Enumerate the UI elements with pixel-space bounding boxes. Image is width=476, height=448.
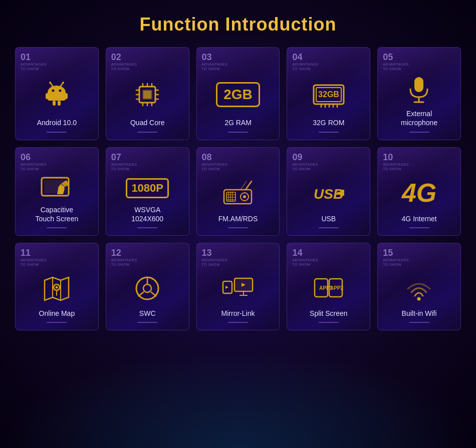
card-adv-02: ADVANTAGESTO SHOW bbox=[111, 62, 137, 71]
card-adv-15: ADVANTAGESTO SHOW bbox=[383, 258, 409, 267]
svg-point-1 bbox=[52, 90, 55, 92]
card-swc: 12 ADVANTAGESTO SHOW SWC bbox=[106, 243, 189, 330]
card-underline-02 bbox=[137, 132, 157, 133]
rom-icon: 32GB bbox=[292, 71, 365, 116]
svg-rect-5 bbox=[65, 93, 68, 99]
card-underline-03 bbox=[228, 132, 248, 133]
card-label-14: Split Screen bbox=[292, 309, 365, 318]
card-online-map: 11 ADVANTAGESTO SHOW Online Map bbox=[15, 243, 99, 330]
card-adv-04: ADVANTAGESTO SHOW bbox=[292, 62, 318, 71]
card-number-11: 11 bbox=[21, 248, 31, 257]
card-underline-12 bbox=[137, 322, 157, 323]
card-underline-15 bbox=[409, 322, 429, 323]
card-underline-04 bbox=[319, 132, 339, 133]
card-underline-14 bbox=[319, 322, 339, 323]
card-fm-am: 08 ADVANTAGESTO SHOW FM. bbox=[196, 147, 280, 236]
card-label-09: USB bbox=[292, 214, 365, 223]
card-label-15: Built-in Wifi bbox=[383, 309, 455, 318]
card-number-09: 09 bbox=[292, 153, 302, 162]
card-underline-10 bbox=[409, 227, 429, 228]
resolution-box: 1080P bbox=[126, 178, 169, 198]
card-adv-03: ADVANTAGESTO SHOW bbox=[202, 62, 228, 71]
card-number-13: 13 bbox=[202, 248, 212, 257]
card-underline-01 bbox=[47, 132, 67, 133]
card-32g-rom: 04 ADVANTAGESTO SHOW 32GB 32G ROM bbox=[287, 47, 370, 140]
usb-icon: USB bbox=[292, 171, 365, 212]
svg-text:APP2: APP2 bbox=[330, 285, 344, 291]
card-quad-core: 02 ADVANTAGESTO SHOW bbox=[106, 47, 189, 140]
card-label-03: 2G RAM bbox=[202, 118, 275, 127]
svg-point-76 bbox=[417, 297, 421, 301]
card-label-01: Android 10.0 bbox=[21, 118, 93, 127]
card-number-01: 01 bbox=[21, 53, 31, 62]
4g-text: 4G bbox=[402, 178, 436, 208]
card-number-03: 03 bbox=[202, 53, 212, 62]
card-adv-05: ADVANTAGESTO SHOW bbox=[383, 62, 409, 71]
card-number-07: 07 bbox=[111, 153, 121, 162]
card-number-05: 05 bbox=[383, 53, 393, 62]
cpu-icon bbox=[111, 71, 184, 116]
card-number-04: 04 bbox=[292, 53, 302, 62]
card-adv-13: ADVANTAGESTO SHOW bbox=[202, 258, 228, 267]
touchscreen-icon bbox=[21, 171, 93, 203]
card-underline-11 bbox=[47, 322, 67, 323]
card-mirror-link: 13 ADVANTAGESTO SHOW Mirror-Link bbox=[196, 243, 280, 330]
svg-line-50 bbox=[246, 181, 252, 190]
card-label-12: SWC bbox=[111, 309, 184, 318]
card-underline-08 bbox=[228, 227, 248, 228]
4g-icon: 4G bbox=[383, 171, 455, 212]
svg-line-51 bbox=[241, 181, 247, 190]
card-number-14: 14 bbox=[292, 248, 302, 257]
card-label-08: FM.AM/RDS bbox=[202, 214, 275, 223]
svg-text:USB: USB bbox=[314, 186, 343, 202]
card-split-screen: 14 ADVANTAGESTO SHOW APP1 APP2 Split Scr… bbox=[287, 243, 370, 330]
card-adv-07: ADVANTAGESTO SHOW bbox=[111, 162, 137, 171]
card-adv-08: ADVANTAGESTO SHOW bbox=[202, 162, 228, 171]
card-label-11: Online Map bbox=[21, 309, 93, 318]
card-underline-09 bbox=[319, 227, 339, 228]
card-underline-13 bbox=[228, 322, 248, 323]
svg-point-49 bbox=[243, 195, 246, 198]
1080p-icon: 1080P bbox=[111, 171, 184, 203]
svg-line-64 bbox=[151, 292, 156, 296]
card-microphone: 05 ADVANTAGESTO SHOW Externalmicrophone bbox=[377, 47, 461, 140]
svg-rect-55 bbox=[340, 193, 344, 196]
mirrorlink-icon bbox=[202, 267, 275, 307]
card-number-12: 12 bbox=[111, 248, 121, 257]
card-usb: 09 ADVANTAGESTO SHOW USB USB bbox=[287, 147, 370, 236]
card-2g-ram: 03 ADVANTAGESTO SHOW 2GB 2G RAM bbox=[196, 47, 280, 140]
svg-rect-54 bbox=[340, 190, 344, 193]
ram-box: 2GB bbox=[216, 82, 260, 107]
page-title: Function Introduction bbox=[0, 0, 476, 47]
svg-rect-4 bbox=[46, 93, 49, 99]
card-label-02: Quad Core bbox=[111, 118, 184, 127]
card-number-02: 02 bbox=[111, 53, 121, 62]
svg-rect-3 bbox=[48, 93, 66, 101]
card-label-13: Mirror-Link bbox=[202, 309, 275, 318]
swc-icon bbox=[111, 267, 184, 307]
card-underline-06 bbox=[47, 227, 67, 228]
android-icon bbox=[21, 71, 93, 116]
card-adv-06: ADVANTAGESTO SHOW bbox=[21, 162, 47, 171]
card-label-10: 4G Internet bbox=[383, 214, 455, 223]
card-number-10: 10 bbox=[383, 153, 393, 162]
card-adv-12: ADVANTAGESTO SHOW bbox=[111, 258, 137, 267]
svg-marker-69 bbox=[225, 286, 228, 289]
ram-icon: 2GB bbox=[202, 71, 275, 116]
wifi-icon bbox=[383, 267, 455, 307]
card-label-04: 32G ROM bbox=[292, 118, 365, 127]
card-adv-14: ADVANTAGESTO SHOW bbox=[292, 258, 318, 267]
card-underline-07 bbox=[137, 227, 157, 228]
card-adv-10: ADVANTAGESTO SHOW bbox=[383, 162, 409, 171]
svg-rect-40 bbox=[224, 190, 252, 204]
card-wifi: 15 ADVANTAGESTO SHOW Built-in Wifi bbox=[377, 243, 461, 330]
card-wsvga: 07 ADVANTAGESTO SHOW 1080P WSVGA1024X600 bbox=[106, 147, 189, 236]
features-grid: 01 ADVANTAGESTO SHOW Android 10.0 bbox=[0, 47, 476, 340]
svg-line-63 bbox=[138, 292, 144, 296]
microphone-icon bbox=[383, 71, 455, 107]
svg-point-59 bbox=[55, 286, 58, 288]
card-number-15: 15 bbox=[383, 248, 393, 257]
svg-point-10 bbox=[49, 82, 51, 84]
svg-rect-7 bbox=[58, 101, 61, 106]
svg-text:32GB: 32GB bbox=[318, 90, 339, 99]
